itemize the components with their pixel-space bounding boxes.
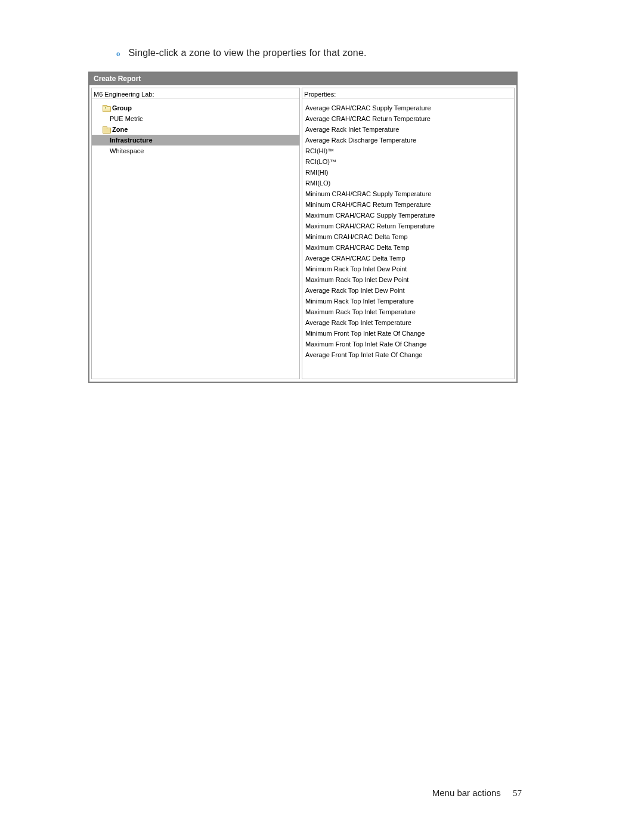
document-page: o Single-click a zone to view the proper… xyxy=(0,0,644,833)
bullet-marker: o xyxy=(116,49,120,58)
properties-list: Average CRAH/CRAC Supply TemperatureAver… xyxy=(302,99,514,379)
tree-label: PUE Metric xyxy=(110,115,143,122)
tree-node-zone[interactable]: Zone xyxy=(92,124,299,135)
properties-pane-header: Properties: xyxy=(302,88,514,99)
tree-pane-header: M6 Engineering Lab: xyxy=(92,88,299,99)
footer-section: Menu bar actions xyxy=(432,788,501,798)
property-item[interactable]: Minimum Front Top Inlet Rate Of Change xyxy=(302,328,514,339)
property-item[interactable]: Average CRAH/CRAC Supply Temperature xyxy=(302,103,514,113)
tree-node-infrastructure[interactable]: Infrastructure xyxy=(92,135,299,145)
tree-pane: M6 Engineering Lab: Group PUE Metric Zon… xyxy=(91,88,300,379)
instruction-line: o Single-click a zone to view the proper… xyxy=(116,48,644,58)
property-item[interactable]: Minimum CRAH/CRAC Delta Temp xyxy=(302,231,514,242)
tree-node-pue-metric[interactable]: PUE Metric xyxy=(92,113,299,124)
tree-label: Zone xyxy=(112,126,128,133)
property-item[interactable]: Maximum Front Top Inlet Rate Of Change xyxy=(302,339,514,349)
property-item[interactable]: Minimum Rack Top Inlet Temperature xyxy=(302,296,514,306)
tree-label: Whitespace xyxy=(110,147,144,154)
footer-page-number: 57 xyxy=(513,788,522,798)
property-item[interactable]: Minimum Rack Top Inlet Dew Point xyxy=(302,264,514,274)
property-item[interactable]: Average Front Top Inlet Rate Of Change xyxy=(302,349,514,360)
tree-node-whitespace[interactable]: Whitespace xyxy=(92,145,299,156)
property-item[interactable]: Maximum CRAH/CRAC Supply Temperature xyxy=(302,210,514,221)
properties-pane: Properties: Average CRAH/CRAC Supply Tem… xyxy=(302,88,515,379)
property-item[interactable]: Maximum CRAH/CRAC Delta Temp xyxy=(302,242,514,253)
property-item[interactable]: Average Rack Top Inlet Dew Point xyxy=(302,285,514,296)
instruction-text: Single-click a zone to view the properti… xyxy=(129,48,367,58)
dialog-body: M6 Engineering Lab: Group PUE Metric Zon… xyxy=(89,85,516,382)
folder-icon xyxy=(103,126,110,132)
property-item[interactable]: Maximum Rack Top Inlet Temperature xyxy=(302,306,514,317)
tree-label: Infrastructure xyxy=(110,137,153,144)
property-item[interactable]: Maximum Rack Top Inlet Dew Point xyxy=(302,274,514,285)
folder-open-icon xyxy=(103,105,110,111)
property-item[interactable]: Average Rack Discharge Temperature xyxy=(302,135,514,145)
property-item[interactable]: Average Rack Inlet Temperature xyxy=(302,124,514,135)
property-item[interactable]: RMI(LO) xyxy=(302,178,514,188)
property-item[interactable]: Mininum CRAH/CRAC Return Temperature xyxy=(302,199,514,210)
tree-node-group[interactable]: Group xyxy=(92,103,299,113)
property-item[interactable]: Average Rack Top Inlet Temperature xyxy=(302,317,514,328)
property-item[interactable]: Average CRAH/CRAC Return Temperature xyxy=(302,113,514,124)
property-item[interactable]: Maximum CRAH/CRAC Return Temperature xyxy=(302,221,514,231)
property-item[interactable]: RCI(HI)™ xyxy=(302,145,514,156)
property-item[interactable]: Average CRAH/CRAC Delta Temp xyxy=(302,253,514,264)
tree-label: Group xyxy=(112,104,132,112)
property-item[interactable]: RCI(LO)™ xyxy=(302,156,514,167)
create-report-dialog: Create Report M6 Engineering Lab: Group … xyxy=(88,72,518,383)
tree-content: Group PUE Metric Zone Infrastructure Whi… xyxy=(92,99,299,379)
property-item[interactable]: RMI(HI) xyxy=(302,167,514,178)
dialog-title-bar: Create Report xyxy=(89,73,516,85)
property-item[interactable]: Mininum CRAH/CRAC Supply Temperature xyxy=(302,188,514,199)
page-footer: Menu bar actions 57 xyxy=(432,788,522,798)
